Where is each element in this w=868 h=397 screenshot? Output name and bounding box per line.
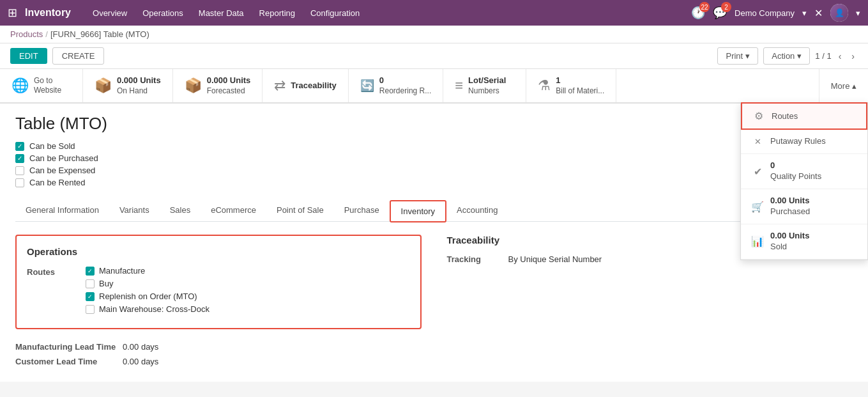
route-buy[interactable]: Buy [86, 279, 209, 288]
more-dropdown: ⚙ Routes ✕ Putaway Rules ✔ 0 Quality Poi… [740, 102, 868, 260]
edit-button[interactable]: EDIT [10, 48, 47, 64]
navbar-title: Inventory [25, 7, 71, 19]
go-to-website-button[interactable]: 🌐 Go toWebsite [0, 69, 83, 102]
product-title: Table (MTO) [15, 114, 853, 134]
can-be-rented-cb [15, 178, 24, 187]
create-button[interactable]: CREATE [52, 47, 105, 65]
main-content: Table (MTO) ✓ Can be Sold ✓ Can be Purch… [0, 104, 868, 382]
website-icon: 🌐 [11, 77, 29, 94]
can-be-purchased-checkbox[interactable]: ✓ Can be Purchased [15, 153, 853, 163]
operations-section: Operations Routes ✓ Manufacture Buy [15, 235, 422, 329]
tab-ecommerce[interactable]: eCommerce [201, 200, 266, 222]
navbar-right: 🕐 22 💬 2 Demo Company ▾ ✕ 👤 ▾ [691, 4, 860, 22]
units-on-hand-button[interactable]: 📦 0.000 Units On Hand [83, 69, 173, 102]
cart-icon: 🛒 [751, 201, 764, 213]
tab-purchase[interactable]: Purchase [334, 200, 390, 222]
units-sold-dropdown-item[interactable]: 📊 0.00 Units Sold [741, 224, 867, 260]
units-forecasted-button[interactable]: 📦 0.000 Units Forecasted [173, 69, 263, 102]
breadcrumb: Products / [FURN_9666] Table (MTO) [0, 26, 868, 43]
nav-overview[interactable]: Overview [86, 6, 133, 20]
lot-serial-button[interactable]: ≡ Lot/Serial Numbers [443, 69, 526, 102]
navbar-menu: Overview Operations Master Data Reportin… [86, 6, 366, 20]
pagination-text: 1 / 1 [815, 51, 831, 61]
clock-badge: 22 [699, 2, 710, 12]
breadcrumb-products-link[interactable]: Products [10, 29, 43, 39]
traceability-icon: ⇄ [274, 77, 286, 94]
manufacturing-lead-time-label: Manufacturing Lead Time [15, 342, 118, 352]
nav-operations[interactable]: Operations [136, 6, 190, 20]
avatar-image: 👤 [830, 4, 848, 22]
tab-general-information[interactable]: General Information [15, 200, 109, 222]
company-selector[interactable]: Demo Company [735, 8, 795, 18]
more-button[interactable]: More ▴ [819, 69, 868, 102]
can-be-expensed-cb [15, 166, 24, 175]
avatar-arrow[interactable]: ▾ [856, 8, 860, 18]
tab-variants[interactable]: Variants [109, 200, 160, 222]
forecasted-button-text: 0.000 Units Forecasted [207, 75, 251, 96]
route-replenish-mto[interactable]: ✓ Replenish on Order (MTO) [86, 292, 209, 301]
print-button[interactable]: Print ▾ [717, 47, 758, 65]
next-page-button[interactable]: › [848, 50, 858, 63]
units-purchased-text: 0.00 Units Purchased [770, 196, 810, 217]
product-tabs: General Information Variants Sales eComm… [15, 200, 853, 222]
routes-dropdown-item[interactable]: ⚙ Routes [741, 102, 867, 130]
operations-title: Operations [27, 246, 410, 257]
tracking-label: Tracking [447, 254, 498, 264]
route-manufacture[interactable]: ✓ Manufacture [86, 266, 209, 276]
reordering-icon: 🔄 [360, 79, 374, 93]
grid-icon[interactable]: ⊞ [8, 6, 17, 20]
action-button[interactable]: Action ▾ [763, 47, 810, 65]
can-be-purchased-label: Can be Purchased [29, 153, 98, 163]
quality-points-text: 0 Quality Points [770, 160, 821, 182]
bom-button-text: 1 Bill of Materi... [556, 75, 604, 96]
nav-master-data[interactable]: Master Data [192, 6, 250, 20]
avatar[interactable]: 👤 [830, 4, 848, 22]
close-icon[interactable]: ✕ [814, 7, 823, 19]
website-button-text: Go toWebsite [34, 76, 61, 96]
putaway-rules-label: Putaway Rules [770, 136, 826, 147]
tab-inventory[interactable]: Inventory [390, 200, 446, 222]
content-left: Operations Routes ✓ Manufacture Buy [15, 235, 422, 371]
can-be-expensed-checkbox[interactable]: Can be Expensed [15, 166, 853, 175]
bill-of-materials-button[interactable]: ⚗ 1 Bill of Materi... [526, 69, 616, 102]
print-arrow-icon: ▾ [745, 51, 750, 61]
can-be-rented-label: Can be Rented [29, 178, 85, 187]
lot-serial-icon: ≡ [455, 77, 463, 94]
nav-configuration[interactable]: Configuration [304, 6, 366, 20]
clock-badge-wrap[interactable]: 🕐 22 [691, 6, 705, 20]
company-arrow[interactable]: ▾ [802, 8, 807, 18]
quality-points-dropdown-item[interactable]: ✔ 0 Quality Points [741, 154, 867, 189]
tab-sales[interactable]: Sales [160, 200, 201, 222]
route-cross-dock[interactable]: Main Warehouse: Cross-Dock [86, 304, 209, 314]
chart-icon: 📊 [751, 235, 764, 247]
tracking-value: By Unique Serial Number [508, 254, 602, 264]
pagination: 1 / 1 ‹ › [815, 50, 858, 63]
tab-accounting[interactable]: Accounting [446, 200, 508, 222]
can-be-sold-cb: ✓ [15, 142, 24, 151]
routes-icon: ⚙ [752, 110, 765, 122]
chat-badge-wrap[interactable]: 💬 2 [713, 6, 727, 20]
print-label: Print [726, 51, 743, 61]
units-purchased-dropdown-item[interactable]: 🛒 0.00 Units Purchased [741, 189, 867, 224]
route-manufacture-label: Manufacture [99, 266, 145, 276]
customer-lead-time-field: Customer Lead Time 0.00 days [15, 357, 422, 366]
action-label: Action [772, 51, 795, 61]
reordering-button[interactable]: 🔄 0 Reordering R... [349, 69, 443, 102]
putaway-rules-dropdown-item[interactable]: ✕ Putaway Rules [741, 130, 867, 154]
more-label: More ▴ [831, 81, 857, 91]
smart-buttons-bar: 🌐 Go toWebsite 📦 0.000 Units On Hand 📦 0… [0, 69, 868, 104]
customer-lead-time-value: 0.00 days [123, 357, 158, 366]
nav-reporting[interactable]: Reporting [253, 6, 301, 20]
prev-page-button[interactable]: ‹ [835, 50, 845, 63]
can-be-purchased-cb: ✓ [15, 154, 24, 163]
on-hand-icon: 📦 [95, 77, 112, 94]
can-be-sold-label: Can be Sold [29, 141, 75, 151]
routes-checkbox-list: ✓ Manufacture Buy ✓ Replenish on Order (… [86, 266, 209, 314]
can-be-sold-checkbox[interactable]: ✓ Can be Sold [15, 141, 853, 151]
route-manufacture-cb: ✓ [86, 267, 95, 276]
tab-point-of-sale[interactable]: Point of Sale [266, 200, 334, 222]
can-be-rented-checkbox[interactable]: Can be Rented [15, 178, 853, 187]
bom-icon: ⚗ [538, 77, 551, 94]
traceability-button[interactable]: ⇄ Traceability [263, 69, 349, 102]
route-replenish-mto-label: Replenish on Order (MTO) [99, 292, 197, 301]
